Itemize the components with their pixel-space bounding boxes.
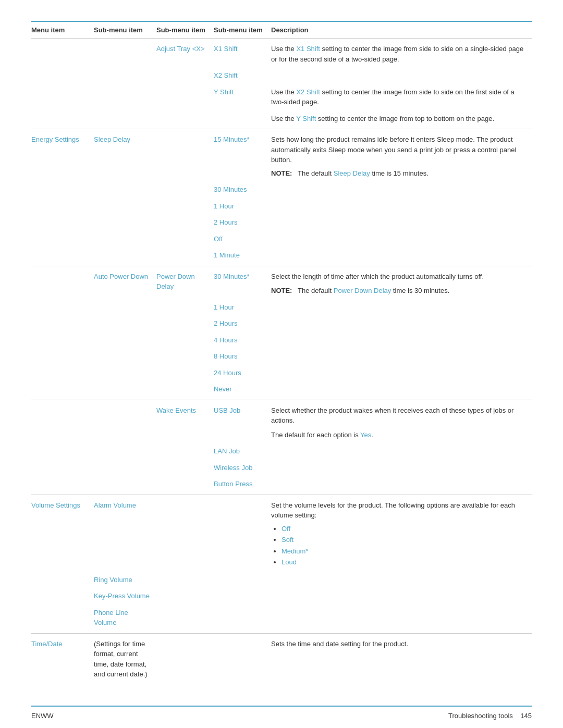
- submenu2-cell: [156, 588, 214, 604]
- submenu1-cell: Sleep Delay: [94, 129, 156, 182]
- submenu3-cell: USB Job: [214, 400, 271, 443]
- submenu1-cell: [94, 110, 156, 129]
- header-description: Description: [271, 21, 532, 39]
- submenu1-cell: [94, 365, 156, 381]
- desc-cell: [271, 332, 532, 349]
- submenu3-cell: X1 Shift: [214, 39, 271, 68]
- submenu1-cell: Alarm Volume: [94, 495, 156, 572]
- menu-cell: [31, 67, 94, 84]
- menu-cell: [31, 299, 94, 316]
- desc-cell: Use the X1 Shift setting to center the i…: [271, 39, 532, 68]
- desc-cell: Use the X2 Shift setting to center the i…: [271, 84, 532, 110]
- desc-cell: [271, 588, 532, 604]
- submenu2-cell: [156, 332, 214, 349]
- desc-cell: [271, 572, 532, 588]
- desc-cell: Select whether the product wakes when it…: [271, 400, 532, 443]
- submenu2-cell: [156, 231, 214, 248]
- desc-cell: [271, 315, 532, 332]
- desc-cell: [271, 247, 532, 266]
- submenu2-cell: [156, 214, 214, 231]
- submenu3-cell: [214, 572, 271, 588]
- submenu1-cell: [94, 231, 156, 248]
- submenu3-cell: [214, 604, 271, 634]
- submenu3-cell: 2 Hours: [214, 214, 271, 231]
- desc-cell: [271, 381, 532, 400]
- menu-cell: [31, 266, 94, 299]
- submenu3-cell: [214, 110, 271, 129]
- menu-cell: Volume Settings: [31, 495, 94, 572]
- submenu3-cell: Wireless Job: [214, 460, 271, 476]
- submenu1-cell: [94, 476, 156, 495]
- desc-cell: [271, 443, 532, 460]
- submenu1-cell: (Settings for time format, current time,…: [94, 633, 156, 685]
- menu-cell: Energy Settings: [31, 129, 94, 182]
- footer-right: Troubleshooting tools 145: [448, 712, 532, 720]
- desc-cell: [271, 67, 532, 84]
- submenu2-cell: [156, 315, 214, 332]
- menu-cell: [31, 604, 94, 634]
- submenu2-cell: [156, 460, 214, 476]
- menu-cell: [31, 381, 94, 400]
- menu-cell: [31, 443, 94, 460]
- menu-cell: [31, 84, 94, 110]
- header-submenu1: Sub-menu item: [94, 21, 156, 39]
- page-footer: ENWW Troubleshooting tools 145: [31, 706, 532, 720]
- submenu2-cell: [156, 476, 214, 495]
- submenu3-cell: 30 Minutes: [214, 181, 271, 198]
- desc-cell: [271, 365, 532, 381]
- submenu2-cell: [156, 299, 214, 316]
- submenu2-cell: [156, 348, 214, 365]
- desc-cell: [271, 604, 532, 634]
- desc-cell: [271, 214, 532, 231]
- submenu3-cell: 8 Hours: [214, 348, 271, 365]
- desc-cell: Select the length of time after which th…: [271, 266, 532, 299]
- submenu2-cell: Power Down Delay: [156, 266, 214, 299]
- submenu2-cell: [156, 443, 214, 460]
- submenu1-cell: [94, 381, 156, 400]
- submenu1-cell: [94, 348, 156, 365]
- menu-cell: [31, 247, 94, 266]
- submenu1-cell: [94, 400, 156, 443]
- header-submenu2: Sub-menu item: [156, 21, 214, 39]
- submenu3-cell: Button Press: [214, 476, 271, 495]
- submenu1-cell: [94, 460, 156, 476]
- menu-cell: [31, 400, 94, 443]
- submenu3-cell: LAN Job: [214, 443, 271, 460]
- header-menu-item: Menu item: [31, 21, 94, 39]
- submenu3-cell: Y Shift: [214, 84, 271, 110]
- menu-cell: [31, 476, 94, 495]
- menu-cell: [31, 181, 94, 198]
- header-submenu3: Sub-menu item: [214, 21, 271, 39]
- desc-cell: [271, 460, 532, 476]
- submenu1-cell: [94, 198, 156, 215]
- menu-cell: Time/Date: [31, 633, 94, 685]
- submenu1-cell: [94, 315, 156, 332]
- submenu3-cell: 30 Minutes*: [214, 266, 271, 299]
- menu-cell: [31, 231, 94, 248]
- submenu2-cell: [156, 604, 214, 634]
- submenu3-cell: 4 Hours: [214, 332, 271, 349]
- submenu3-cell: 24 Hours: [214, 365, 271, 381]
- submenu1-cell: [94, 84, 156, 110]
- desc-cell: Sets how long the product remains idle b…: [271, 129, 532, 182]
- menu-cell: [31, 572, 94, 588]
- menu-cell: [31, 198, 94, 215]
- submenu2-cell: [156, 129, 214, 182]
- menu-cell: [31, 315, 94, 332]
- submenu2-cell: Adjust Tray <X>: [156, 39, 214, 68]
- submenu1-cell: [94, 299, 156, 316]
- menu-cell: [31, 460, 94, 476]
- footer-left: ENWW: [31, 712, 54, 720]
- submenu3-cell: [214, 588, 271, 604]
- submenu3-cell: Off: [214, 231, 271, 248]
- menu-cell: [31, 365, 94, 381]
- submenu2-cell: [156, 247, 214, 266]
- menu-cell: [31, 588, 94, 604]
- submenu2-cell: Wake Events: [156, 400, 214, 443]
- desc-cell: [271, 348, 532, 365]
- desc-cell: [271, 299, 532, 316]
- submenu3-cell: Never: [214, 381, 271, 400]
- submenu1-cell: [94, 443, 156, 460]
- desc-cell: Set the volume levels for the product. T…: [271, 495, 532, 572]
- submenu1-cell: [94, 67, 156, 84]
